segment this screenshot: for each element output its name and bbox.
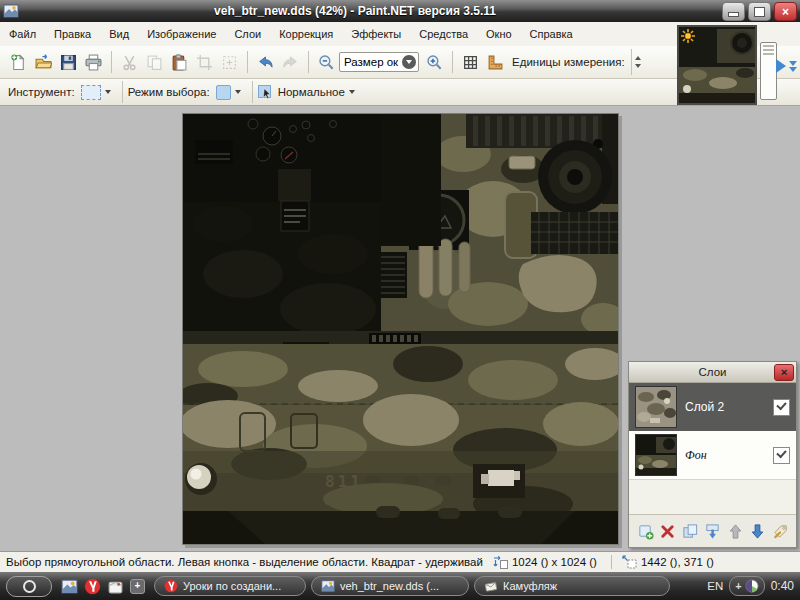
duplicate-layer-button[interactable] — [680, 521, 700, 541]
combo-dropdown-icon[interactable] — [402, 55, 416, 69]
zoom-level-combo[interactable]: Размер ок — [339, 52, 419, 72]
cursor-position-value: 1442 (), 371 () — [641, 556, 714, 568]
add-quicklaunch-icon[interactable]: + — [130, 579, 145, 594]
open-image-thumbnail[interactable] — [677, 25, 757, 105]
undo-button[interactable] — [253, 50, 278, 75]
blend-mode-icon — [258, 85, 274, 99]
crop-icon — [196, 54, 213, 71]
layer-name: Слой 2 — [685, 400, 765, 414]
undo-icon — [257, 54, 274, 71]
paintnet-quicklaunch-icon[interactable] — [61, 578, 78, 595]
background-thumbnail — [635, 434, 677, 476]
paste-icon — [171, 54, 188, 71]
merge-layer-down-button[interactable] — [703, 521, 723, 541]
units-label: Единицы измерения: — [512, 56, 625, 68]
crop-button[interactable] — [192, 50, 217, 75]
menu-window[interactable]: Окно — [477, 24, 521, 44]
restore-button[interactable] — [748, 2, 771, 21]
workspace: 811 — [0, 106, 800, 551]
language-indicator[interactable]: EN — [707, 580, 723, 592]
layer-row-layer2[interactable]: Слой 2 — [629, 383, 796, 431]
zoom-out-icon — [318, 54, 335, 71]
menu-layers[interactable]: Слои — [225, 24, 270, 44]
layer-row-background[interactable]: Фон — [629, 431, 796, 480]
print-icon — [85, 54, 102, 71]
status-hint: Выбор прямоугольной области. Левая кнопк… — [6, 556, 483, 568]
image-list-menu-icon[interactable] — [789, 61, 797, 72]
title-bar[interactable]: veh_btr_new.dds (42%) - Paint.NET версия… — [0, 0, 800, 22]
move-down-icon — [749, 523, 766, 540]
grid-icon — [462, 54, 479, 71]
tray-pie-icon[interactable] — [745, 579, 759, 593]
add-layer-button[interactable] — [635, 521, 655, 541]
selection-mode-dropdown-icon[interactable] — [235, 90, 241, 94]
next-image-arrow-icon[interactable] — [776, 59, 786, 73]
layers-panel-titlebar[interactable]: Слои × — [629, 362, 796, 383]
start-button[interactable] — [6, 576, 52, 597]
status-bar: Выбор прямоугольной области. Левая кнопк… — [0, 551, 800, 572]
menu-effects[interactable]: Эффекты — [342, 24, 410, 44]
menu-image[interactable]: Изображение — [138, 24, 225, 44]
tray-icons-group: + — [729, 576, 764, 596]
new-file-button[interactable] — [6, 50, 31, 75]
copy-icon — [146, 54, 163, 71]
yandex-quicklaunch-icon[interactable] — [84, 578, 101, 595]
layers-panel-title: Слои — [629, 366, 796, 378]
zoom-combo-value: Размер ок — [344, 56, 398, 68]
redo-button[interactable] — [278, 50, 303, 75]
save-button[interactable] — [56, 50, 81, 75]
selection-mode-label: Режим выбора: — [128, 86, 210, 98]
menu-file[interactable]: Файл — [0, 24, 45, 44]
selection-mode-icon[interactable] — [216, 85, 231, 100]
menu-utilities[interactable]: Средства — [410, 24, 477, 44]
close-button[interactable]: × — [774, 2, 797, 21]
deselect-button[interactable] — [217, 50, 242, 75]
layer2-visibility-checkbox[interactable] — [773, 399, 790, 416]
redo-icon — [282, 54, 299, 71]
toolbar-overflow-button[interactable] — [631, 49, 644, 75]
cut-icon — [121, 54, 138, 71]
move-layer-down-button[interactable] — [748, 521, 768, 541]
layer-properties-button[interactable] — [770, 521, 790, 541]
grid-toggle-button[interactable] — [458, 50, 483, 75]
add-layer-icon — [637, 523, 654, 540]
tray-expand-icon[interactable]: + — [735, 581, 741, 592]
image-size-value: 1024 () x 1024 () — [512, 556, 597, 568]
blend-mode-dropdown-icon[interactable] — [349, 90, 355, 94]
ruler-toggle-button[interactable] — [483, 50, 508, 75]
delete-layer-button[interactable] — [658, 521, 678, 541]
image-list-scrollbar[interactable] — [760, 42, 777, 100]
zoom-in-button[interactable] — [422, 50, 447, 75]
open-file-button[interactable] — [31, 50, 56, 75]
copy-button[interactable] — [142, 50, 167, 75]
cut-button[interactable] — [117, 50, 142, 75]
taskbar: + Уроки по создани... veh_btr_new.dds (.… — [0, 572, 800, 600]
background-visibility-checkbox[interactable] — [773, 447, 790, 464]
yandex-icon — [164, 579, 178, 593]
rect-select-icon[interactable] — [81, 85, 101, 100]
layers-empty-area — [629, 480, 796, 514]
canvas-image: 811 — [183, 114, 618, 544]
task-button-lessons[interactable]: Уроки по создани... — [154, 576, 306, 596]
move-layer-up-button[interactable] — [725, 521, 745, 541]
menu-adjustments[interactable]: Коррекция — [270, 24, 342, 44]
start-icon — [23, 580, 36, 593]
canvas[interactable]: 811 — [182, 113, 619, 545]
menu-edit[interactable]: Правка — [45, 24, 100, 44]
task-button-paintnet[interactable]: veh_btr_new.dds (... — [311, 576, 469, 596]
task-button-camouflage[interactable]: Камуфляж — [474, 576, 670, 596]
tool-dropdown-icon[interactable] — [105, 90, 111, 94]
blend-mode-value[interactable]: Нормальное — [278, 86, 345, 98]
box-quicklaunch-icon[interactable] — [107, 578, 124, 595]
menu-help[interactable]: Справка — [521, 24, 582, 44]
menu-view[interactable]: Вид — [100, 24, 138, 44]
minimize-button[interactable] — [722, 2, 745, 21]
zoom-out-button[interactable] — [314, 50, 339, 75]
layers-panel-close-button[interactable]: × — [774, 364, 794, 381]
open-images-list — [668, 23, 800, 107]
paste-button[interactable] — [167, 50, 192, 75]
taskbar-clock[interactable]: 0:40 — [771, 579, 794, 593]
print-button[interactable] — [81, 50, 106, 75]
save-icon — [60, 54, 77, 71]
quick-launch: + — [61, 578, 145, 595]
